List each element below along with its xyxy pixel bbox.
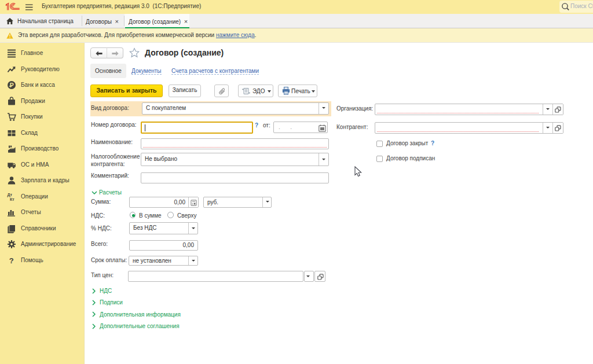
svg-text:Кт: Кт <box>10 197 14 201</box>
svg-text:Дт: Дт <box>8 193 13 197</box>
svg-text:?: ? <box>9 256 14 265</box>
svg-text:P: P <box>10 82 14 89</box>
